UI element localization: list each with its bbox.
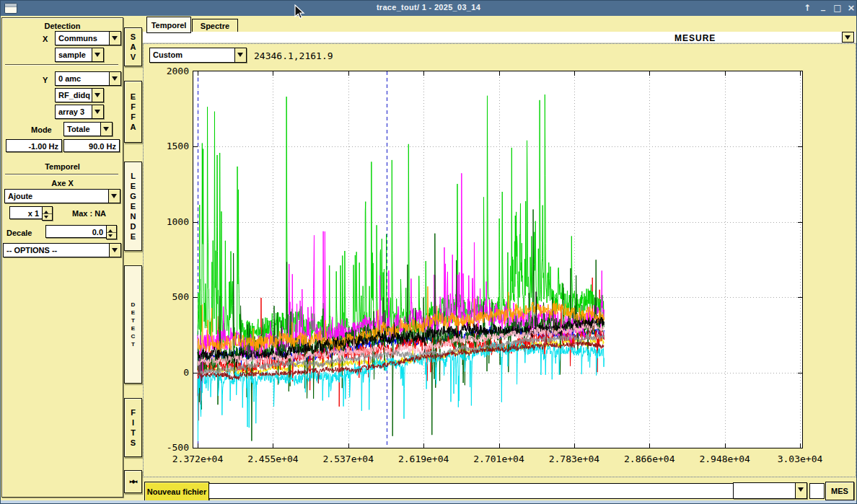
step-down-icon[interactable]: [107, 232, 116, 239]
dropdown-arrow-icon[interactable]: [92, 48, 103, 61]
y-tick-label: 1000: [137, 216, 189, 227]
freq-min-field[interactable]: -1.00 Hz: [6, 139, 62, 152]
dropdown-arrow-icon[interactable]: [109, 72, 120, 85]
x-axis-label: X: [43, 35, 48, 43]
mes-indicator-box[interactable]: [809, 483, 825, 499]
x-select-1[interactable]: Communs: [55, 31, 121, 45]
y-axis-label: Y: [43, 76, 48, 84]
y-tick-label: 2000: [137, 66, 189, 76]
dropdown-arrow-icon[interactable]: [234, 48, 246, 62]
title-bar[interactable]: trace_tout/ 1 - 2025_03_14 ↑ _ □ ×: [0, 0, 857, 16]
plot-area[interactable]: [193, 71, 803, 448]
y-select-1[interactable]: 0 amc: [55, 71, 121, 86]
decale-field[interactable]: 0.0: [45, 225, 107, 238]
maximize-button[interactable]: □: [831, 2, 844, 14]
axe-x-select[interactable]: Ajoute: [4, 189, 120, 203]
decale-label: Decale: [6, 229, 32, 237]
x-tick-label: 2.372e+04: [172, 454, 223, 464]
mes-button[interactable]: MES: [825, 482, 854, 500]
dropdown-arrow-icon[interactable]: [100, 123, 112, 136]
detection-panel: Detection X Communs sample Y 0 amc RF_di…: [1, 17, 123, 498]
multiplier-field[interactable]: x 1: [9, 206, 43, 219]
y-tick-label: -500: [137, 442, 189, 453]
collapse-icon: ▸◆◂: [130, 477, 136, 487]
y-tick-label: 500: [137, 291, 189, 302]
window-bottom-edge: [1, 500, 856, 503]
plot-canvas[interactable]: [193, 71, 802, 448]
separator: [5, 174, 118, 175]
x-tick-label: 2.783e+04: [549, 454, 599, 464]
detect-button[interactable]: D E T E C T: [124, 265, 142, 384]
x-tick-label: 2.701e+04: [473, 454, 524, 464]
collapse-panel-button[interactable]: ▸◆◂: [124, 470, 142, 493]
y-tick-label: 1500: [137, 141, 189, 151]
axe-x-label: Axe X: [2, 179, 123, 187]
temporel-title: Temporel: [2, 162, 123, 171]
y-tick-label: 0: [137, 367, 189, 378]
x-tick-label: 2.537e+04: [323, 454, 374, 464]
x-tick-label: 2.619e+04: [398, 454, 449, 464]
x-tick-label: 2.948e+04: [699, 454, 750, 464]
step-up-icon[interactable]: [107, 226, 116, 232]
detection-title: Detection: [2, 22, 123, 30]
dropdown-arrow-icon[interactable]: [109, 32, 120, 45]
file-name-input[interactable]: [208, 483, 735, 499]
mode-label: Mode: [31, 125, 52, 134]
dropdown-arrow-icon[interactable]: [108, 190, 120, 203]
step-up-icon[interactable]: [43, 207, 52, 213]
minimize-button[interactable]: _: [817, 2, 830, 14]
close-button[interactable]: ×: [845, 2, 857, 14]
mesure-label: MESURE: [674, 33, 716, 43]
y-select-2[interactable]: RF_didq: [55, 88, 104, 102]
x-tick-label: 2.866e+04: [624, 454, 674, 464]
cursor-readout: 24346.1,2161.9: [254, 50, 333, 61]
separator: [5, 64, 118, 66]
freq-max-field[interactable]: 90.0 Hz: [63, 139, 120, 152]
step-down-icon[interactable]: [43, 213, 52, 221]
tab-spectre[interactable]: Spectre: [192, 19, 238, 33]
y-select-3[interactable]: array 3: [55, 105, 104, 119]
mode-select[interactable]: Totale: [63, 122, 113, 136]
max-label: Max : NA: [72, 209, 106, 218]
effa-button[interactable]: E F F A: [124, 81, 142, 143]
dropdown-arrow-icon[interactable]: [92, 89, 103, 102]
x-tick-label: 3.03e+04: [778, 454, 823, 464]
window-title: trace_tout/ 1 - 2025_03_14: [0, 3, 857, 12]
x-select-2[interactable]: sample: [55, 48, 104, 62]
shade-button[interactable]: ↑: [801, 2, 814, 14]
x-tick-label: 2.455e+04: [247, 454, 298, 464]
dropdown-arrow-icon[interactable]: [109, 244, 120, 257]
mouse-cursor-icon: [294, 4, 306, 20]
options-select[interactable]: -- OPTIONS --: [3, 243, 121, 257]
mes-dropdown[interactable]: [733, 482, 807, 499]
scale-select[interactable]: Custom: [149, 48, 247, 63]
tab-temporel[interactable]: Temporel: [146, 17, 191, 33]
multiplier-stepper[interactable]: [42, 206, 53, 221]
dropdown-arrow-icon[interactable]: [795, 483, 807, 498]
mesure-dropdown-arrow-icon[interactable]: [842, 32, 854, 43]
new-file-button[interactable]: Nouveau fichier: [144, 482, 209, 501]
sav-button[interactable]: S A V: [124, 27, 142, 66]
dropdown-arrow-icon[interactable]: [92, 105, 103, 118]
legende-button[interactable]: L E G E N D E: [124, 162, 142, 251]
decale-stepper[interactable]: [106, 225, 117, 239]
mesure-bar[interactable]: MESURE: [143, 32, 856, 43]
